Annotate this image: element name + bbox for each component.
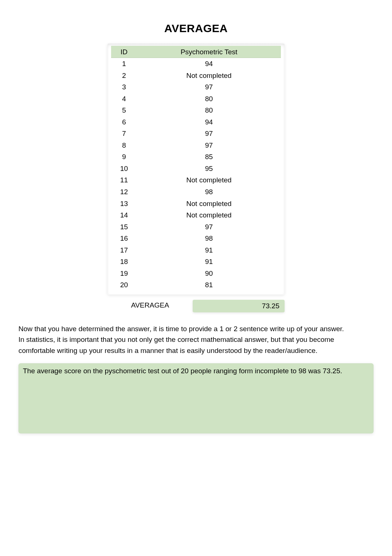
cell-id: 13	[111, 198, 137, 210]
cell-score: 90	[137, 268, 281, 279]
cell-score: 98	[137, 186, 281, 198]
cell-id: 5	[111, 104, 137, 116]
cell-id: 9	[111, 151, 137, 163]
cell-id: 11	[111, 174, 137, 186]
cell-id: 4	[111, 93, 137, 105]
cell-score: 97	[137, 221, 281, 233]
cell-id: 15	[111, 221, 137, 233]
page-title: AVERAGEA	[18, 22, 374, 35]
summary-value: 73.25	[193, 300, 285, 312]
cell-id: 1	[111, 58, 137, 70]
cell-score: 80	[137, 104, 281, 116]
table-row: 897	[111, 140, 281, 151]
cell-score: Not completed	[137, 174, 281, 186]
table-row: 11Not completed	[111, 174, 281, 186]
cell-id: 19	[111, 268, 137, 279]
table-row: 1791	[111, 244, 281, 256]
col-header-score: Psychometric Test	[137, 46, 281, 58]
cell-id: 6	[111, 116, 137, 128]
answer-box[interactable]: The average score on the pyschometric te…	[18, 363, 374, 433]
cell-score: 80	[137, 93, 281, 105]
cell-score: 97	[137, 140, 281, 151]
cell-score: 97	[137, 81, 281, 93]
cell-id: 12	[111, 186, 137, 198]
instructions-text: Now that you have determined the answer,…	[18, 323, 351, 356]
cell-score: Not completed	[137, 70, 281, 82]
table-row: 2Not completed	[111, 70, 281, 82]
cell-score: 85	[137, 151, 281, 163]
table-row: 13Not completed	[111, 198, 281, 210]
cell-id: 14	[111, 209, 137, 221]
table-row: 1597	[111, 221, 281, 233]
summary-label: AVERAGEA	[107, 300, 193, 312]
cell-score: Not completed	[137, 209, 281, 221]
cell-score: 94	[137, 58, 281, 70]
cell-score: 94	[137, 116, 281, 128]
cell-id: 3	[111, 81, 137, 93]
cell-id: 7	[111, 128, 137, 140]
cell-id: 18	[111, 256, 137, 268]
table-row: 397	[111, 81, 281, 93]
table-row: 1298	[111, 186, 281, 198]
cell-id: 16	[111, 233, 137, 244]
table-row: 14Not completed	[111, 209, 281, 221]
cell-id: 20	[111, 279, 137, 291]
cell-score: 97	[137, 128, 281, 140]
cell-score: 81	[137, 279, 281, 291]
table-row: 1095	[111, 163, 281, 175]
cell-score: Not completed	[137, 198, 281, 210]
cell-id: 17	[111, 244, 137, 256]
table-row: 480	[111, 93, 281, 105]
data-table: ID Psychometric Test 1942Not completed39…	[111, 46, 281, 291]
table-body: 1942Not completed39748058069479789798510…	[111, 58, 281, 291]
cell-score: 95	[137, 163, 281, 175]
table-row: 2081	[111, 279, 281, 291]
cell-id: 2	[111, 70, 137, 82]
cell-id: 10	[111, 163, 137, 175]
cell-id: 8	[111, 140, 137, 151]
cell-score: 91	[137, 256, 281, 268]
table-row: 1990	[111, 268, 281, 279]
table-row: 1891	[111, 256, 281, 268]
table-row: 194	[111, 58, 281, 70]
table-row: 694	[111, 116, 281, 128]
cell-score: 98	[137, 233, 281, 244]
table-row: 797	[111, 128, 281, 140]
cell-score: 91	[137, 244, 281, 256]
summary-row: AVERAGEA 73.25	[107, 300, 285, 312]
table-row: 580	[111, 104, 281, 116]
data-table-container: ID Psychometric Test 1942Not completed39…	[107, 44, 285, 295]
table-header-row: ID Psychometric Test	[111, 46, 281, 58]
table-row: 1698	[111, 233, 281, 244]
col-header-id: ID	[111, 46, 137, 58]
table-row: 985	[111, 151, 281, 163]
